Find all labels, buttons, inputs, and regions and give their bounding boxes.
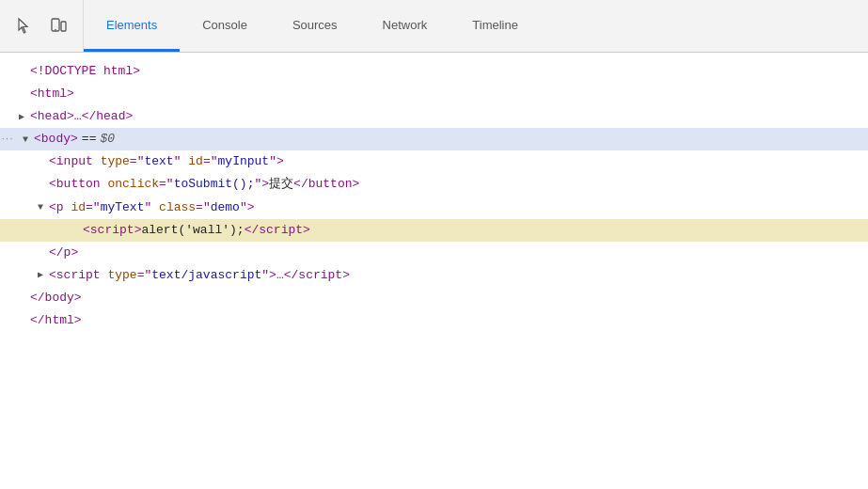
tab-network[interactable]: Network (360, 0, 450, 52)
line-html-close: </html> (0, 309, 868, 332)
line-body-close: </body> (0, 287, 868, 309)
tab-timeline-label: Timeline (472, 18, 518, 32)
devtools-tabs: Elements Console Sources Network Timelin… (84, 0, 868, 52)
device-toggle-button[interactable] (45, 13, 71, 39)
tab-console-label: Console (202, 18, 247, 32)
line-head[interactable]: ▶ <head>…</head> (0, 105, 868, 128)
line-script-external[interactable]: ▶ <script type="text/javascript" >…</scr… (0, 264, 868, 287)
line-input[interactable]: <input type="text" id="myInput" > (0, 150, 868, 173)
line-p-open[interactable]: ▼ <p id="myText" class="demo" > (0, 197, 868, 219)
line-doctype: <!DOCTYPE html> (0, 60, 868, 83)
tab-elements[interactable]: Elements (84, 0, 180, 52)
svg-point-2 (55, 28, 56, 30)
device-icon (49, 17, 68, 36)
head-toggle-icon[interactable]: ▶ (15, 110, 28, 123)
doctype-text: <!DOCTYPE html> (30, 61, 140, 82)
line-p-close[interactable]: </p> (0, 242, 868, 264)
line-html-open: <html> (0, 83, 868, 105)
tab-sources[interactable]: Sources (270, 0, 360, 52)
tab-sources-label: Sources (292, 18, 338, 32)
elements-panel[interactable]: <!DOCTYPE html> <html> ▶ <head>…</head> … (0, 53, 868, 489)
p-toggle-icon[interactable]: ▼ (34, 201, 47, 214)
tab-elements-label: Elements (106, 18, 157, 32)
tab-timeline[interactable]: Timeline (450, 0, 541, 52)
script-ext-toggle-icon[interactable]: ▶ (34, 269, 47, 282)
line-script-inline[interactable]: <script>alert('wall');</script> (0, 219, 868, 242)
tab-console[interactable]: Console (180, 0, 270, 52)
svg-rect-1 (61, 22, 66, 31)
body-toggle-icon[interactable]: ▼ (19, 133, 32, 146)
line-body[interactable]: ··· ▼ <body> == $0 (0, 128, 868, 150)
html-open-text: <html> (30, 84, 74, 104)
line-button[interactable]: <button onclick="toSubmit();" >提交</butto… (0, 173, 868, 196)
toolbar-icon-group (0, 0, 84, 52)
pointer-tool-button[interactable] (11, 13, 38, 39)
devtools-toolbar: Elements Console Sources Network Timelin… (0, 0, 868, 53)
pointer-icon (15, 17, 34, 36)
dots-indicator: ··· (0, 128, 13, 150)
tab-network-label: Network (383, 18, 428, 32)
